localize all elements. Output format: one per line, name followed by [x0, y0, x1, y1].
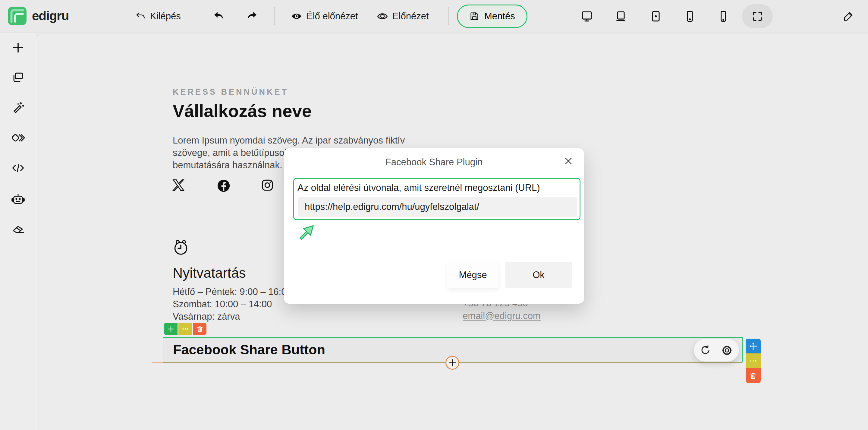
ai-assistant-button[interactable] — [11, 192, 25, 206]
editor-sidebar — [0, 33, 36, 430]
save-label: Mentés — [484, 11, 515, 22]
insert-block-button[interactable] — [445, 356, 459, 370]
ellipsis-icon — [181, 325, 189, 333]
tablet-icon — [649, 10, 662, 23]
magic-wand-icon — [11, 101, 25, 114]
email-link[interactable]: email@edigru.com — [463, 311, 541, 321]
add-icon — [11, 41, 25, 54]
add-element-button[interactable] — [11, 41, 25, 54]
edit-pencil-icon — [842, 10, 855, 22]
url-field-group: Az oldal elérési útvonala, amit szeretné… — [293, 178, 581, 220]
live-preview-label: Élő előnézet — [307, 11, 358, 22]
plus-icon — [448, 359, 457, 367]
hours-sunday: Vasárnap: zárva — [173, 311, 240, 322]
divider — [274, 7, 275, 25]
brand[interactable]: edigru — [8, 7, 69, 25]
exit-button[interactable]: Kilépés — [135, 0, 181, 33]
laptop-icon — [614, 10, 627, 23]
code-icon — [11, 161, 25, 175]
undo-button[interactable] — [213, 10, 225, 22]
device-desktop-button[interactable] — [580, 10, 593, 23]
eraser-button[interactable] — [11, 222, 25, 235]
animation-button[interactable] — [11, 131, 25, 144]
device-tablet-button[interactable] — [649, 10, 662, 23]
magic-wand-button[interactable] — [11, 101, 25, 114]
eye-outline-icon — [377, 10, 388, 22]
undo-icon — [213, 10, 225, 22]
gear-icon — [721, 344, 733, 357]
section-more-button[interactable] — [746, 353, 761, 368]
url-field-label: Az oldal elérési útvonala, amit szeretné… — [298, 182, 540, 193]
facebook-icon — [217, 179, 230, 193]
divider — [448, 7, 449, 25]
refresh-icon — [700, 344, 712, 356]
block-delete-button[interactable] — [193, 323, 207, 335]
preview-button[interactable]: Előnézet — [377, 0, 429, 33]
layers-button[interactable] — [11, 71, 25, 84]
fullscreen-button[interactable] — [742, 4, 773, 28]
preview-label: Előnézet — [393, 11, 429, 22]
ai-robot-icon — [11, 192, 25, 206]
trash-icon — [196, 325, 204, 333]
edit-mode-button[interactable] — [842, 10, 855, 22]
block-settings-button[interactable] — [721, 344, 733, 357]
animation-icon — [11, 131, 25, 144]
code-button[interactable] — [11, 161, 25, 175]
dialog-close-button[interactable] — [562, 154, 575, 168]
instagram-icon — [261, 179, 274, 192]
edigru-logo-icon — [8, 7, 27, 25]
social-facebook-link[interactable] — [217, 179, 230, 193]
block-actions — [164, 323, 207, 335]
brand-name: edigru — [32, 9, 69, 23]
fullscreen-icon — [751, 10, 764, 22]
block-toolbar — [694, 339, 739, 362]
floppy-icon — [469, 11, 479, 21]
plus-icon — [167, 325, 175, 333]
eraser-icon — [11, 222, 25, 235]
live-preview-button[interactable]: Élő előnézet — [291, 0, 358, 33]
divider — [198, 7, 198, 25]
device-laptop-button[interactable] — [614, 10, 627, 23]
dialog-cancel-button[interactable]: Mégse — [447, 262, 498, 288]
block-refresh-button[interactable] — [700, 344, 712, 356]
eye-filled-icon — [291, 10, 302, 22]
trash-icon — [749, 372, 757, 380]
hours-saturday: Szombat: 10:00 – 14:00 — [173, 299, 272, 310]
x-icon — [172, 179, 184, 192]
business-name-heading: Vállalkozás neve — [173, 101, 312, 121]
move-icon — [749, 342, 757, 350]
device-tablet-portrait-button[interactable] — [683, 10, 696, 23]
close-icon — [564, 156, 573, 166]
alarm-clock-icon — [172, 238, 190, 257]
section-actions — [746, 339, 761, 383]
facebook-share-block-title: Facebook Share Button — [173, 342, 325, 357]
desktop-icon — [580, 10, 593, 23]
redo-icon — [246, 10, 258, 22]
block-more-button[interactable] — [179, 323, 192, 335]
device-phone-button[interactable] — [717, 10, 730, 23]
dialog-ok-button[interactable]: Ok — [505, 262, 572, 288]
tablet-portrait-icon — [683, 10, 696, 23]
share-url-input[interactable] — [298, 197, 577, 217]
social-instagram-link[interactable] — [261, 179, 274, 192]
redo-button[interactable] — [246, 10, 258, 22]
phone-icon — [717, 10, 730, 23]
top-toolbar: edigru Kilépés Élő előnézet — [0, 0, 868, 33]
section-delete-button[interactable] — [746, 368, 761, 383]
dialog-title: Facebook Share Plugin — [284, 157, 584, 168]
social-x-link[interactable] — [172, 179, 184, 192]
section-eyebrow: KERESS BENNÜNKET — [173, 87, 288, 97]
layers-icon — [11, 71, 25, 84]
section-move-button[interactable] — [746, 339, 761, 353]
hours-title: Nyitvatartás — [173, 265, 246, 281]
save-button[interactable]: Mentés — [457, 4, 527, 28]
back-arrow-icon — [135, 11, 146, 22]
ellipsis-icon — [749, 357, 757, 365]
exit-label: Kilépés — [150, 11, 181, 22]
hours-weekdays: Hétfő – Péntek: 9:00 – 16:00 — [173, 286, 292, 297]
block-add-button[interactable] — [164, 323, 178, 335]
green-cursor-arrow-icon — [296, 221, 316, 240]
